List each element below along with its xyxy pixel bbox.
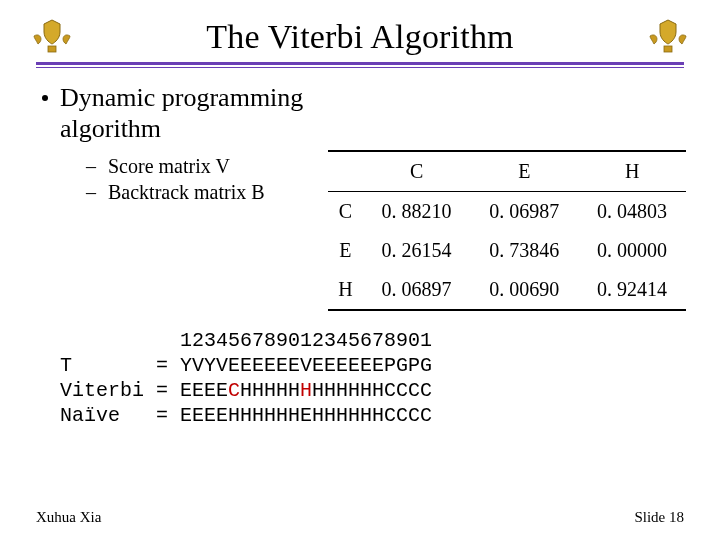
table-cell: 0. 88210 bbox=[363, 192, 471, 232]
footer-author: Xuhua Xia bbox=[36, 509, 101, 526]
highlight-char: H bbox=[300, 379, 312, 402]
sequence-block: 123456789012345678901 T = YVYVEEEEEEVEEE… bbox=[60, 328, 432, 428]
bullet-text: Dynamic programming algorithm bbox=[60, 82, 400, 144]
sub-bullet-text: Backtrack matrix B bbox=[108, 180, 265, 204]
table-cell: 0. 06897 bbox=[363, 270, 471, 310]
title-divider bbox=[36, 62, 684, 68]
dash-icon: – bbox=[86, 180, 96, 204]
table-cell: 0. 73846 bbox=[470, 231, 578, 270]
matrix-table: C E H C 0. 88210 0. 06987 0. 04803 E 0. … bbox=[328, 150, 686, 311]
table-cell: 0. 26154 bbox=[363, 231, 471, 270]
svg-rect-1 bbox=[664, 46, 672, 52]
row-header: H bbox=[328, 270, 363, 310]
slide-title: The Viterbi Algorithm bbox=[36, 18, 684, 56]
table-cell: 0. 00690 bbox=[470, 270, 578, 310]
table-cell: 0. 06987 bbox=[470, 192, 578, 232]
crest-right-icon bbox=[646, 18, 690, 60]
sequence-t: T = YVYVEEEEEEVEEEEEEPGPG bbox=[60, 354, 432, 377]
table-row: C 0. 88210 0. 06987 0. 04803 bbox=[328, 192, 686, 232]
table-cell: 0. 04803 bbox=[578, 192, 686, 232]
footer-slide-number: Slide 18 bbox=[634, 509, 684, 526]
table-header bbox=[328, 151, 363, 192]
row-header: C bbox=[328, 192, 363, 232]
sequence-naive: Naïve = EEEEHHHHHHEHHHHHHCCCC bbox=[60, 404, 432, 427]
svg-rect-0 bbox=[48, 46, 56, 52]
table-cell: 0. 92414 bbox=[578, 270, 686, 310]
table-cell: 0. 00000 bbox=[578, 231, 686, 270]
crest-left-icon bbox=[30, 18, 74, 60]
dash-icon: – bbox=[86, 154, 96, 178]
table-header: C bbox=[363, 151, 471, 192]
table-header: H bbox=[578, 151, 686, 192]
table-row: H 0. 06897 0. 00690 0. 92414 bbox=[328, 270, 686, 310]
bullet-item: Dynamic programming algorithm bbox=[36, 82, 684, 144]
sequence-viterbi: Viterbi = EEEECHHHHHHHHHHHHCCCC bbox=[60, 379, 432, 402]
ruler-line: 123456789012345678901 bbox=[60, 329, 432, 352]
bullet-dot-icon bbox=[42, 95, 48, 101]
sub-bullet-text: Score matrix V bbox=[108, 154, 230, 178]
table-row: E 0. 26154 0. 73846 0. 00000 bbox=[328, 231, 686, 270]
row-header: E bbox=[328, 231, 363, 270]
table-header: E bbox=[470, 151, 578, 192]
highlight-char: C bbox=[228, 379, 240, 402]
